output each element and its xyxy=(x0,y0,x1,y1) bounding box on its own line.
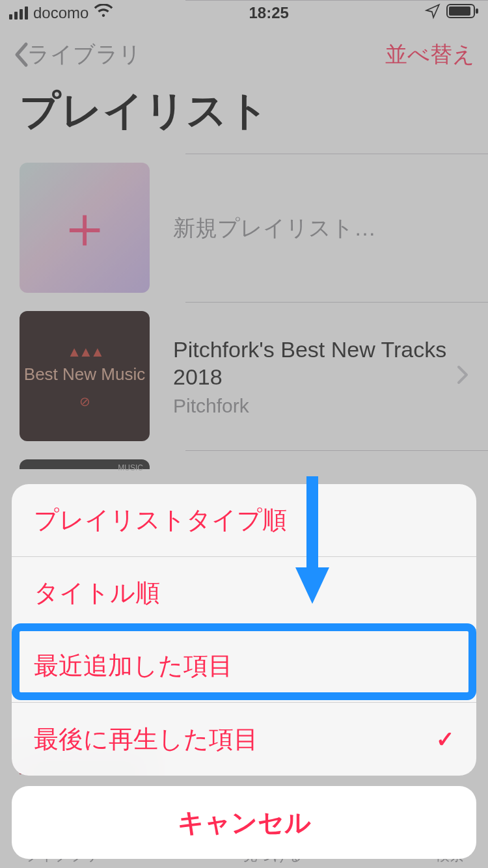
cancel-label: キャンセル xyxy=(178,805,311,841)
sort-option-recently-added[interactable]: 最近追加した項目 xyxy=(12,630,476,703)
checkmark-icon: ✓ xyxy=(436,726,454,752)
option-label: タイトル順 xyxy=(34,576,160,610)
sort-option-playlist-type[interactable]: プレイリストタイプ順 xyxy=(12,484,476,557)
option-label: 最近追加した項目 xyxy=(34,649,233,683)
sort-action-sheet: プレイリストタイプ順 タイトル順 最近追加した項目 最後に再生した項目 ✓ キャ… xyxy=(12,484,476,859)
sort-option-recently-played[interactable]: 最後に再生した項目 ✓ xyxy=(12,703,476,776)
option-label: プレイリストタイプ順 xyxy=(34,504,287,537)
cancel-button[interactable]: キャンセル xyxy=(12,786,476,859)
sort-option-title[interactable]: タイトル順 xyxy=(12,557,476,630)
option-label: 最後に再生した項目 xyxy=(34,723,258,756)
